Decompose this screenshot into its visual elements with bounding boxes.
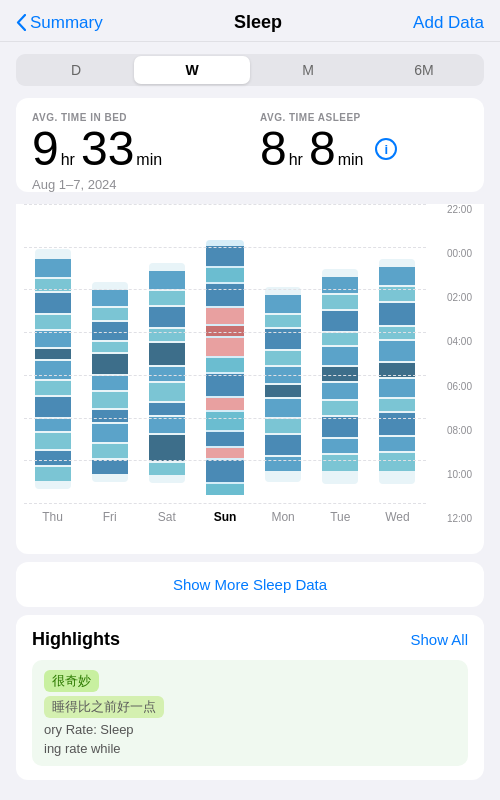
info-icon[interactable]: i [375, 138, 397, 160]
sleep-min-unit: min [338, 151, 364, 169]
svg-rect-44 [206, 338, 244, 356]
svg-rect-72 [322, 401, 358, 415]
svg-rect-58 [265, 367, 301, 383]
svg-rect-55 [265, 315, 301, 327]
svg-rect-5 [35, 331, 71, 347]
svg-rect-18 [92, 342, 128, 352]
svg-rect-23 [92, 424, 128, 442]
svg-rect-66 [322, 295, 358, 309]
bar-fri: Fri [92, 204, 128, 524]
sleep-minutes: 8 [309, 125, 336, 173]
segment-d[interactable]: D [18, 56, 134, 84]
svg-rect-78 [379, 287, 415, 301]
svg-rect-19 [92, 354, 128, 374]
back-label: Summary [30, 13, 103, 33]
bed-minutes: 33 [81, 125, 134, 173]
svg-rect-36 [149, 435, 185, 461]
page-title: Sleep [234, 12, 282, 33]
label-thu: Thu [42, 510, 63, 524]
highlight-tag: 很奇妙 [44, 670, 99, 692]
sleep-hours: 8 [260, 125, 287, 173]
svg-rect-51 [206, 460, 244, 482]
svg-rect-7 [35, 361, 71, 379]
show-more-button[interactable]: Show More Sleep Data [16, 562, 484, 607]
svg-rect-28 [149, 291, 185, 305]
svg-rect-21 [92, 392, 128, 408]
bar-sat-svg [149, 263, 185, 483]
highlights-header: Highlights Show All [32, 629, 468, 650]
bar-thu-svg [35, 249, 71, 489]
y-label-0600: 06:00 [447, 381, 476, 392]
svg-rect-85 [379, 413, 415, 435]
svg-rect-62 [265, 435, 301, 455]
svg-rect-16 [92, 308, 128, 320]
svg-rect-61 [265, 419, 301, 433]
svg-rect-10 [35, 419, 71, 431]
svg-rect-75 [322, 455, 358, 471]
svg-rect-57 [265, 351, 301, 365]
svg-rect-8 [35, 381, 71, 395]
bar-fri-svg [92, 282, 128, 482]
svg-rect-59 [265, 385, 301, 397]
svg-rect-27 [149, 271, 185, 289]
bar-thu: Thu [35, 204, 71, 524]
y-label-1200: 12:00 [447, 513, 476, 524]
svg-rect-25 [92, 460, 128, 474]
svg-rect-80 [379, 327, 415, 339]
svg-rect-13 [35, 467, 71, 481]
svg-rect-77 [379, 267, 415, 285]
bar-mon-svg [265, 287, 301, 482]
segment-m[interactable]: M [250, 56, 366, 84]
label-fri: Fri [103, 510, 117, 524]
bed-hr-unit: hr [61, 151, 75, 169]
svg-rect-87 [379, 453, 415, 471]
add-data-button[interactable]: Add Data [413, 13, 484, 33]
segment-6m[interactable]: 6M [366, 56, 482, 84]
stats-section: AVG. TIME IN BED 9 hr 33 min AVG. TIME A… [16, 98, 484, 192]
label-sun: Sun [214, 510, 237, 524]
svg-rect-86 [379, 437, 415, 451]
svg-rect-67 [322, 311, 358, 331]
svg-rect-54 [265, 295, 301, 313]
svg-rect-41 [206, 284, 244, 306]
svg-rect-49 [206, 432, 244, 446]
bar-mon: Mon [265, 204, 301, 524]
highlights-title: Highlights [32, 629, 120, 650]
svg-rect-33 [149, 383, 185, 401]
segment-w[interactable]: W [134, 56, 250, 84]
svg-rect-65 [322, 277, 358, 293]
y-label-0000: 00:00 [447, 248, 476, 259]
svg-rect-20 [92, 376, 128, 390]
avg-time-asleep: AVG. TIME ASLEEP 8 hr 8 min i [260, 112, 468, 173]
svg-rect-17 [92, 322, 128, 340]
svg-rect-43 [206, 326, 244, 336]
avg-time-in-bed: AVG. TIME IN BED 9 hr 33 min [32, 112, 240, 173]
sleep-chart: Thu [16, 204, 484, 554]
svg-rect-70 [322, 367, 358, 381]
svg-rect-81 [379, 341, 415, 361]
svg-rect-71 [322, 383, 358, 399]
svg-rect-29 [149, 307, 185, 327]
show-all-button[interactable]: Show All [410, 631, 468, 648]
svg-rect-52 [206, 484, 244, 495]
highlight-card: 很奇妙 睡得比之前好一点 ory Rate: Sleep ing rate wh… [32, 660, 468, 766]
svg-rect-2 [35, 279, 71, 291]
bed-min-unit: min [136, 151, 162, 169]
svg-rect-3 [35, 293, 71, 313]
svg-rect-15 [92, 290, 128, 306]
svg-rect-74 [322, 439, 358, 453]
svg-rect-68 [322, 333, 358, 345]
svg-rect-50 [206, 448, 244, 458]
svg-rect-82 [379, 363, 415, 377]
svg-rect-46 [206, 374, 244, 396]
svg-rect-83 [379, 379, 415, 397]
app-header: Summary Sleep Add Data [0, 0, 500, 42]
back-button[interactable]: Summary [16, 13, 103, 33]
label-mon: Mon [271, 510, 294, 524]
svg-rect-12 [35, 451, 71, 465]
svg-rect-45 [206, 358, 244, 372]
label-wed: Wed [385, 510, 409, 524]
svg-rect-32 [149, 367, 185, 381]
svg-rect-42 [206, 308, 244, 324]
label-tue: Tue [330, 510, 350, 524]
